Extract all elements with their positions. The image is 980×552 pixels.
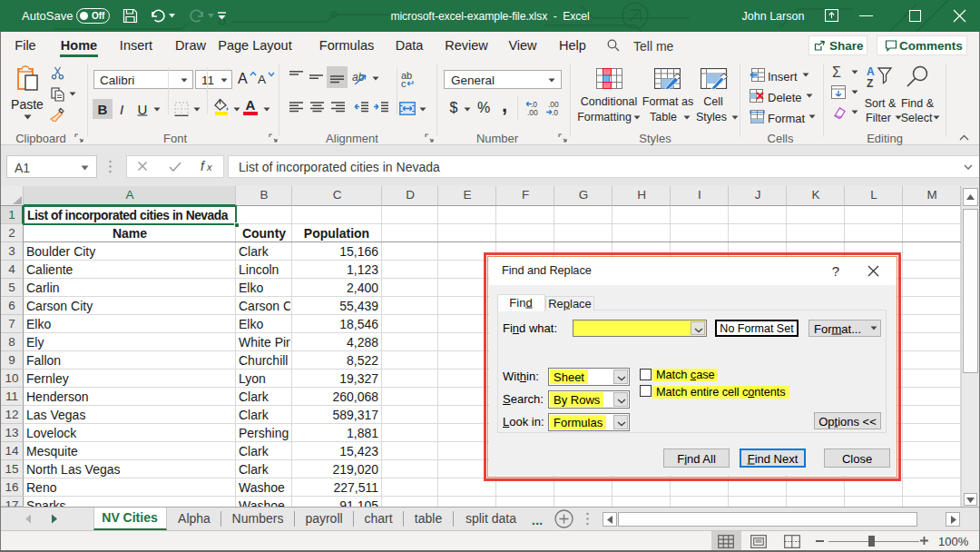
svg-text:Z: Z (867, 77, 873, 89)
svg-text:.00: .00 (527, 108, 538, 116)
svg-text:f: f (201, 159, 206, 173)
svg-text:Σ: Σ (832, 64, 841, 79)
svg-text:x: x (206, 162, 212, 172)
svg-text:.0: .0 (552, 108, 558, 116)
svg-text:c: c (401, 78, 407, 87)
